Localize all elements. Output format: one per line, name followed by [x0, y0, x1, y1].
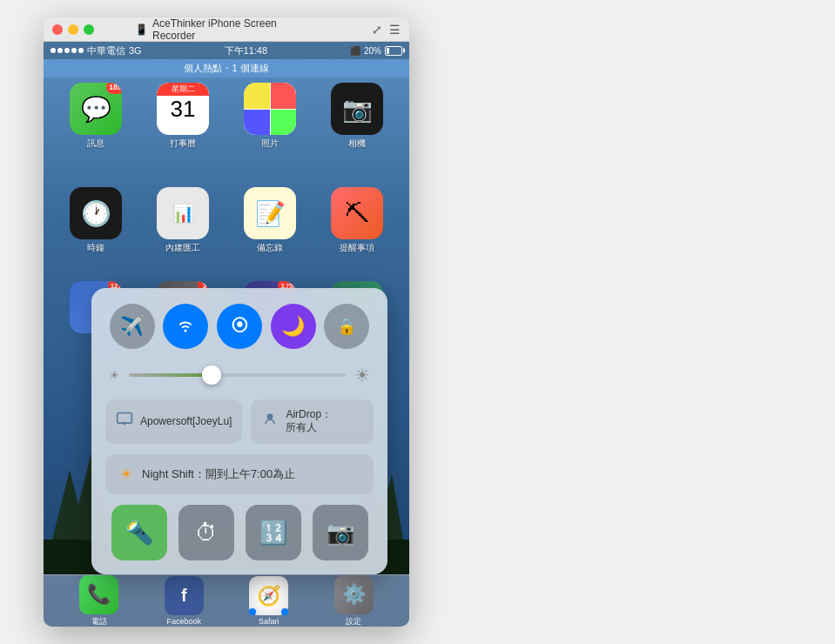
messages-badge: 185 — [106, 83, 122, 94]
wifi-toggle[interactable] — [163, 304, 208, 349]
carrier-name: 中華電信 — [87, 44, 125, 57]
dock-settings-label: 設定 — [346, 616, 361, 627]
timer-icon: ⏱ — [195, 520, 218, 547]
dock: 📞 電話 f Facebook 🧭 Safari ⚙️ 設定 — [44, 574, 409, 627]
do-not-disturb-toggle[interactable]: 🌙 — [271, 304, 316, 349]
app-photos[interactable]: 照片 — [231, 83, 309, 150]
night-shift-button[interactable]: ☀ Night Shift：開到上午7:00為止 — [105, 454, 374, 494]
app-calendar[interactable]: 星期二 31 打事曆 — [144, 83, 222, 150]
dock-settings-icon: ⚙️ — [334, 575, 374, 614]
flashlight-icon: 🔦 — [125, 520, 153, 547]
toggle-row: ✈️ ⦿ 🌙 — [105, 304, 374, 349]
app-clock[interactable]: 🕐 時鐘 — [57, 187, 135, 254]
cc-bottom-icons: 🔦 ⏱ 🔢 📷 — [105, 505, 374, 560]
airplay-status-icon: ⬛ — [350, 46, 360, 56]
app-reminders[interactable]: ⛏ 提醒事項 — [318, 187, 396, 254]
app-grid-row2: 🕐 時鐘 📊 內建匯工 📝 備忘錄 ⛏ — [52, 183, 401, 258]
app-notes[interactable]: 📝 備忘錄 — [231, 187, 309, 254]
control-center: ✈️ ⦿ 🌙 — [91, 288, 387, 574]
dock-facebook-label: Facebook — [166, 617, 201, 626]
battery-fill — [387, 48, 389, 54]
moon-icon: 🌙 — [281, 315, 305, 338]
app-icon-small: 📱 — [135, 23, 148, 36]
rotation-lock-toggle[interactable]: 🔒 — [324, 304, 369, 349]
airplay-label: Apowersoft[JoeyLu] — [140, 415, 232, 429]
dock-phone-icon: 📞 — [79, 575, 118, 614]
airplay-airdrop-row: Apowersoft[JoeyLu] AirDrop：所有人 — [105, 399, 374, 444]
calculator-icon: 🔢 — [259, 520, 287, 547]
dock-item-settings[interactable]: ⚙️ 設定 — [334, 575, 374, 627]
title-bar: 📱 AceThinker iPhone Screen Recorder ⤢ ☰ — [44, 17, 409, 42]
photos-label: 照片 — [261, 138, 279, 150]
night-shift-label: Night Shift：開到上午7:00為止 — [142, 466, 295, 482]
airdrop-icon — [261, 411, 279, 433]
mac-window: 📱 AceThinker iPhone Screen Recorder ⤢ ☰ — [44, 17, 409, 627]
clock-icon: 🕐 — [70, 187, 122, 239]
ios-status-bar: 中華電信 3G 下午11:48 ⬛ 20% — [44, 42, 409, 59]
menu-icon[interactable]: ☰ — [389, 23, 401, 37]
status-left: 中華電信 3G — [51, 44, 142, 57]
airplane-mode-toggle[interactable]: ✈️ — [110, 304, 155, 349]
app-builtin[interactable]: 📊 內建匯工 — [144, 187, 222, 254]
calendar-label: 打事曆 — [170, 138, 196, 150]
maximize-button[interactable] — [84, 24, 94, 35]
resize-icon[interactable]: ⤢ — [372, 23, 382, 37]
cc-camera-button[interactable]: 📷 — [313, 505, 368, 560]
brightness-slider-row: ☀ ☀ — [105, 365, 374, 386]
dock-item-safari[interactable]: 🧭 Safari — [249, 576, 288, 626]
clock-label: 時鐘 — [87, 242, 104, 254]
status-time: 下午11:48 — [225, 44, 268, 57]
notes-icon: 📝 — [244, 187, 296, 239]
calculator-button[interactable]: 🔢 — [246, 505, 301, 560]
reminders-label: 提醒事項 — [340, 242, 374, 254]
reminders-icon: ⛏ — [331, 187, 383, 239]
bluetooth-toggle[interactable]: ⦿ — [217, 304, 262, 349]
notification-text: 個人熱點・1 個連線 — [184, 63, 268, 73]
brightness-min-icon: ☀ — [109, 368, 120, 382]
app-camera[interactable]: 📷 相機 — [318, 83, 396, 150]
airdrop-button[interactable]: AirDrop：所有人 — [251, 399, 374, 444]
window-title: 📱 AceThinker iPhone Screen Recorder — [135, 17, 318, 42]
dock-safari-label: Safari — [259, 617, 279, 626]
airdrop-label: AirDrop：所有人 — [286, 408, 332, 435]
dock-phone-label: 電話 — [91, 616, 107, 627]
brightness-thumb[interactable] — [202, 366, 221, 385]
airplay-button[interactable]: Apowersoft[JoeyLu] — [105, 399, 242, 444]
wifi-icon — [175, 313, 196, 339]
battery-percent: 20% — [364, 46, 381, 56]
battery-icon — [385, 46, 402, 56]
bluetooth-icon: ⦿ — [231, 316, 248, 336]
flashlight-button[interactable]: 🔦 — [111, 505, 167, 560]
airplay-icon — [116, 411, 133, 433]
dock-facebook-icon: f — [165, 576, 204, 615]
signal-dots — [51, 48, 84, 53]
rotation-lock-icon: 🔒 — [337, 317, 356, 336]
night-shift-icon: ☀ — [119, 465, 133, 484]
builtin-label: 內建匯工 — [165, 242, 200, 254]
airplane-icon: ✈️ — [120, 315, 144, 338]
notification-bar: 個人熱點・1 個連線 — [44, 59, 409, 77]
camera-icon: 📷 — [331, 83, 383, 135]
svg-rect-12 — [118, 413, 132, 423]
timer-button[interactable]: ⏱ — [178, 505, 234, 560]
app-grid-row1: 💬 185 訊息 星期二 31 打事曆 — [52, 78, 401, 154]
calendar-icon: 星期二 31 — [157, 83, 209, 135]
cc-camera-icon: 📷 — [327, 520, 354, 547]
dock-safari-icon: 🧭 — [249, 576, 288, 615]
brightness-track[interactable] — [129, 373, 346, 377]
dock-item-facebook[interactable]: f Facebook — [165, 576, 204, 626]
status-right: ⬛ 20% — [350, 46, 402, 56]
network-type: 3G — [129, 45, 142, 56]
svg-point-13 — [267, 413, 273, 419]
messages-label: 訊息 — [87, 138, 104, 150]
notes-label: 備忘錄 — [257, 242, 283, 254]
close-button[interactable] — [52, 24, 63, 35]
photos-icon — [244, 83, 296, 135]
brightness-max-icon: ☀ — [354, 365, 370, 386]
camera-label: 相機 — [348, 138, 366, 150]
minimize-button[interactable] — [68, 24, 78, 35]
app-messages[interactable]: 💬 185 訊息 — [57, 83, 135, 150]
dock-item-phone[interactable]: 📞 電話 — [79, 575, 118, 627]
traffic-lights — [52, 24, 94, 35]
builtin-icon: 📊 — [157, 187, 209, 239]
